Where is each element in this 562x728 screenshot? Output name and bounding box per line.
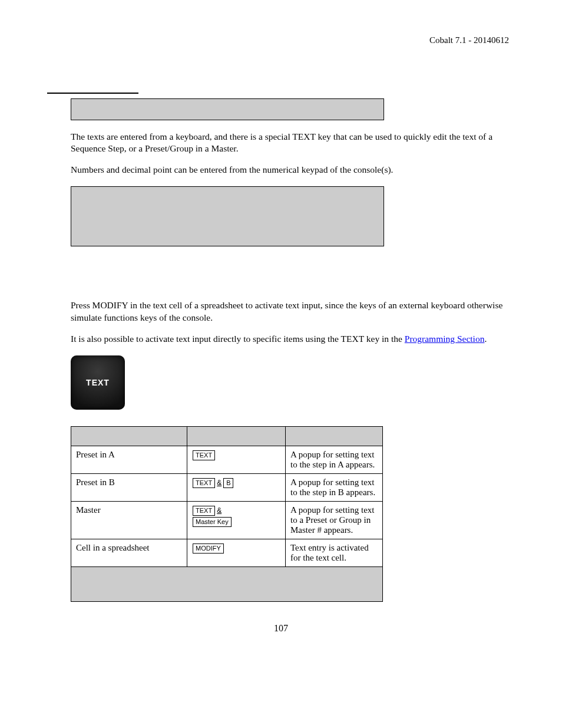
table-row: Preset in ATEXTA popup for setting text … (71, 446, 383, 473)
key-cell: MODIFY (187, 539, 286, 566)
table-body: Preset in ATEXTA popup for setting text … (71, 446, 383, 566)
keycap: TEXT (193, 506, 215, 516)
text-run: . (484, 334, 487, 344)
table-header (187, 426, 286, 446)
body-paragraph: Numbers and decimal point can be entered… (71, 164, 515, 176)
result-cell: A popup for setting text to a Preset or … (286, 501, 383, 539)
keycap: MODIFY (193, 543, 224, 554)
keycap: Master Key (193, 517, 232, 527)
keycap: B (223, 478, 233, 488)
plus-symbol: & (217, 479, 222, 487)
result-cell: A popup for setting text to the step in … (286, 446, 383, 473)
body-paragraph: It is also possible to activate text inp… (71, 333, 515, 345)
table-header (71, 426, 187, 446)
programming-section-link[interactable]: Programming Section (405, 334, 485, 344)
item-cell: Cell in a spreadsheet (71, 539, 187, 566)
table-header (286, 426, 383, 446)
gray-box-top (71, 98, 384, 120)
body-paragraph: Press MODIFY in the text cell of a sprea… (71, 299, 515, 323)
text-key-icon: TEXT (71, 355, 125, 410)
page-content: The texts are entered from a keyboard, a… (71, 98, 515, 602)
result-cell: A popup for setting text to the step in … (286, 473, 383, 501)
table-footer-row (71, 566, 383, 601)
page-number: 107 (47, 623, 515, 634)
section-rule (47, 93, 138, 94)
text-key-label: TEXT (86, 378, 110, 387)
table-row: Cell in a spreadsheetMODIFYText entry is… (71, 539, 383, 566)
item-cell: Master (71, 501, 187, 539)
result-cell: Text entry is activated for the text cel… (286, 539, 383, 566)
keycap: TEXT (193, 478, 215, 488)
table-header-row (71, 426, 383, 446)
document-page: Cobalt 7.1 - 20140612 The texts are ente… (0, 0, 562, 728)
function-table: Preset in ATEXTA popup for setting text … (71, 426, 383, 602)
key-cell: TEXT (187, 446, 286, 473)
plus-symbol: & (217, 506, 222, 515)
table-footer (71, 566, 383, 601)
keycap: TEXT (193, 450, 215, 460)
key-cell: TEXT&B (187, 473, 286, 501)
gray-box-middle (71, 186, 384, 246)
table-row: Preset in BTEXT&BA popup for setting tex… (71, 473, 383, 501)
page-header: Cobalt 7.1 - 20140612 (47, 35, 515, 45)
key-cell: TEXT&Master Key (187, 501, 286, 539)
item-cell: Preset in A (71, 446, 187, 473)
text-run: It is also possible to activate text inp… (71, 334, 405, 344)
item-cell: Preset in B (71, 473, 187, 501)
body-paragraph: The texts are entered from a keyboard, a… (71, 131, 515, 154)
table-row: MasterTEXT&Master KeyA popup for setting… (71, 501, 383, 539)
